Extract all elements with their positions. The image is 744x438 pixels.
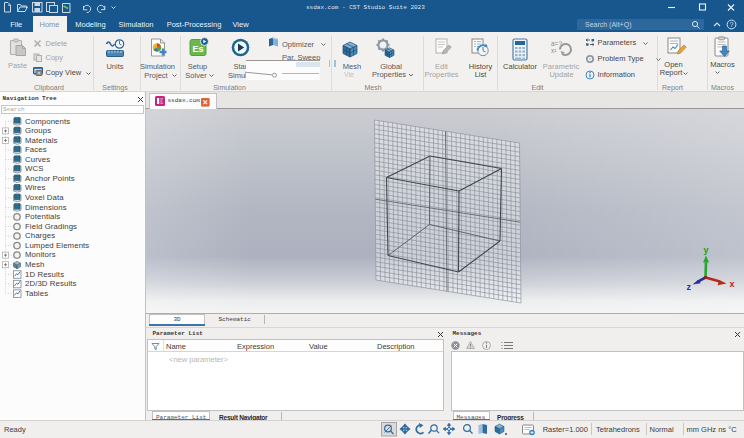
svg-text:z: z (687, 282, 692, 292)
svg-text:?: ? (730, 21, 734, 28)
svg-text:x²: x² (551, 47, 557, 54)
svg-text:y: y (704, 245, 709, 255)
svg-text:x: x (730, 279, 735, 289)
